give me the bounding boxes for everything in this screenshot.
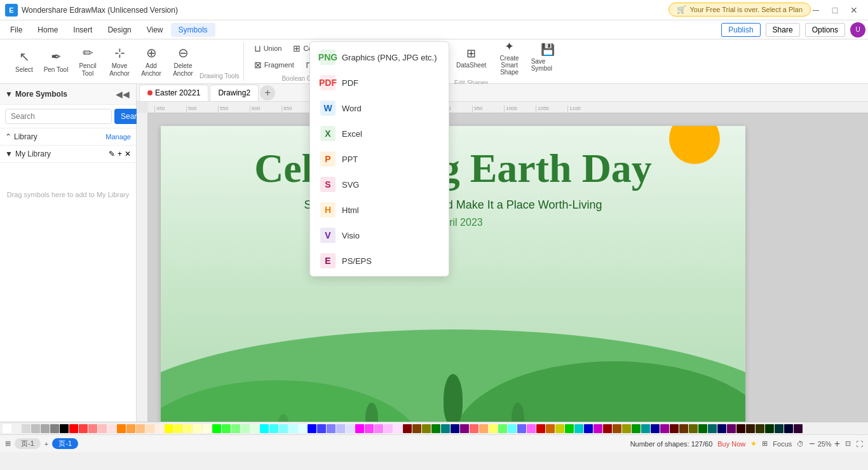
select-tool-btn[interactable]: ↖ Select (9, 44, 39, 79)
export-item-visio[interactable]: V Visio (310, 223, 449, 248)
color-swatch[interactable] (746, 424, 755, 433)
color-swatch[interactable] (393, 424, 402, 433)
datasheet-btn[interactable]: ⊞ DataSheet (454, 44, 489, 71)
color-swatch[interactable] (613, 424, 621, 433)
fragment-btn[interactable]: ⊠ Fragment (249, 57, 299, 73)
my-library-close-icon[interactable]: ✕ (125, 149, 131, 158)
layers-icon[interactable]: ⊞ (762, 439, 768, 448)
color-swatch[interactable] (622, 424, 631, 433)
color-swatch[interactable] (79, 424, 88, 433)
color-swatch[interactable] (517, 424, 526, 433)
color-swatch[interactable] (31, 424, 40, 433)
export-item-word[interactable]: W Word (310, 95, 449, 121)
add-anchor-btn[interactable]: ⊕ Add Anchor (136, 44, 166, 79)
color-swatch[interactable] (69, 424, 78, 433)
sidebar-expand-icon[interactable]: ▼ (5, 90, 13, 99)
menu-home[interactable]: Home (30, 23, 65, 37)
color-swatch[interactable] (384, 424, 393, 433)
color-swatch[interactable] (250, 424, 259, 433)
color-swatch[interactable] (288, 424, 297, 433)
color-swatch[interactable] (527, 424, 536, 433)
canvas-content[interactable]: Celebrating Earth Day Save Your Mother P… (148, 113, 868, 422)
pencil-tool-btn[interactable]: ✏ Pencil Tool (72, 44, 103, 79)
page-indicator[interactable]: 页-1 (52, 438, 78, 449)
color-swatch[interactable] (231, 424, 240, 433)
color-swatch[interactable] (565, 424, 574, 433)
color-swatch[interactable] (555, 424, 564, 433)
export-item-graphics--png--jpg-etc--[interactable]: PNG Graphics (PNG, JPG etc.) (310, 45, 449, 70)
color-swatch[interactable] (756, 424, 764, 433)
color-swatch[interactable] (174, 424, 183, 433)
color-swatch[interactable] (41, 424, 50, 433)
color-swatch[interactable] (269, 424, 278, 433)
color-swatch[interactable] (117, 424, 126, 433)
color-swatch[interactable] (784, 424, 793, 433)
export-item-pdf[interactable]: PDF PDF (310, 70, 449, 95)
color-swatch[interactable] (50, 424, 59, 433)
color-swatch[interactable] (155, 424, 164, 433)
color-swatch[interactable] (317, 424, 326, 433)
color-swatch[interactable] (136, 424, 145, 433)
color-swatch[interactable] (98, 424, 107, 433)
color-swatch[interactable] (536, 424, 545, 433)
sidebar-collapse-icon[interactable]: ◀◀ (114, 88, 131, 100)
color-swatch[interactable] (241, 424, 250, 433)
buy-now-link[interactable]: Buy Now (717, 440, 745, 448)
color-swatch[interactable] (165, 424, 173, 433)
color-swatch[interactable] (203, 424, 212, 433)
fullscreen-icon[interactable]: ⛶ (856, 440, 863, 448)
canvas-area[interactable]: 450 500 550 600 650 700 750 800 850 900 … (137, 102, 868, 422)
color-swatch[interactable] (279, 424, 288, 433)
save-symbol-btn[interactable]: 💾 Save Symbol (530, 40, 566, 74)
color-swatch[interactable] (460, 424, 469, 433)
color-swatch[interactable] (88, 424, 97, 433)
color-swatch[interactable] (222, 424, 231, 433)
color-swatch[interactable] (431, 424, 440, 433)
color-swatch[interactable] (298, 424, 307, 433)
menu-view[interactable]: View (139, 23, 171, 37)
move-anchor-btn[interactable]: ⊹ Move Anchor (104, 44, 135, 79)
menu-symbols[interactable]: Symbols (171, 23, 215, 37)
search-input[interactable] (5, 109, 112, 124)
color-swatch[interactable] (508, 424, 517, 433)
color-swatch[interactable] (355, 424, 364, 433)
color-swatch[interactable] (146, 424, 154, 433)
delete-anchor-btn[interactable]: ⊖ Delete Anchor (168, 44, 198, 79)
menu-insert[interactable]: Insert (65, 23, 100, 37)
maximize-btn[interactable]: □ (826, 4, 844, 17)
color-swatch[interactable] (546, 424, 555, 433)
page-add-btn[interactable]: + (44, 440, 48, 448)
color-swatch[interactable] (479, 424, 488, 433)
color-swatch[interactable] (593, 424, 602, 433)
color-swatch[interactable] (651, 424, 660, 433)
color-swatch[interactable] (660, 424, 669, 433)
export-item-ps-eps[interactable]: E PS/EPS (310, 248, 449, 273)
color-swatch[interactable] (22, 424, 31, 433)
color-swatch[interactable] (736, 424, 745, 433)
pen-tool-btn[interactable]: ✒ Pen Tool (41, 44, 71, 79)
color-swatch[interactable] (451, 424, 459, 433)
color-swatch[interactable] (346, 424, 355, 433)
color-swatch[interactable] (403, 424, 412, 433)
zoom-in-btn[interactable]: + (834, 438, 840, 450)
color-swatch[interactable] (126, 424, 135, 433)
layout-icon[interactable]: ⊞ (5, 439, 11, 448)
export-item-excel[interactable]: X Excel (310, 121, 449, 146)
tab-add-btn[interactable]: + (260, 85, 275, 100)
color-swatch[interactable] (327, 424, 336, 433)
manage-link[interactable]: Manage (105, 133, 131, 141)
color-swatch[interactable] (441, 424, 450, 433)
create-smart-shape-btn[interactable]: ✦ Create Smart Shape (492, 37, 527, 78)
color-swatch[interactable] (12, 424, 21, 433)
color-swatch[interactable] (698, 424, 707, 433)
options-btn[interactable]: Options (805, 23, 845, 37)
tab-drawing2[interactable]: Drawing2 (210, 85, 259, 101)
export-item-html[interactable]: H Html (310, 197, 449, 223)
color-swatch[interactable] (422, 424, 431, 433)
color-swatch[interactable] (60, 424, 69, 433)
tab-easter[interactable]: Easter 20221 (139, 85, 208, 101)
export-item-svg[interactable]: S SVG (310, 172, 449, 197)
color-swatch[interactable] (765, 424, 774, 433)
color-swatch[interactable] (489, 424, 498, 433)
color-swatch[interactable] (374, 424, 383, 433)
